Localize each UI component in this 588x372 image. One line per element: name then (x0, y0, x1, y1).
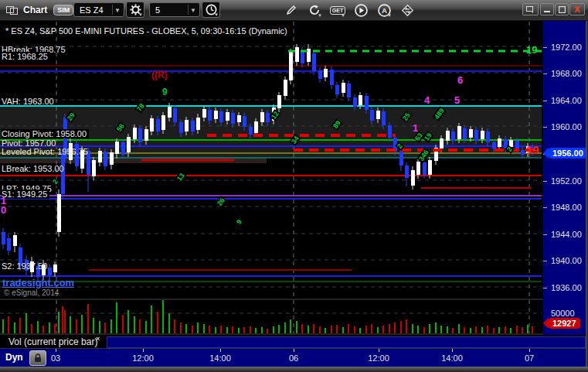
volume-bar (301, 324, 303, 333)
volume-bar (417, 326, 419, 333)
candle-body (208, 110, 212, 121)
axis-tick (529, 349, 530, 352)
axis-tick (143, 349, 144, 352)
dyn-label: Dyn (5, 352, 23, 363)
volume-bar (487, 326, 488, 333)
chart-window: * ES Z4, S&P 500 E-MINI FUTURES - GLOBEX… (0, 0, 588, 372)
candle-body (451, 131, 455, 141)
volume-bar (377, 327, 379, 333)
trade-marker: 6 (457, 74, 463, 86)
chevron-down-icon: ▼ (387, 13, 392, 18)
volume-bar (510, 328, 512, 333)
level-label: LBreak: 1953.00 (2, 164, 64, 173)
candle-body (110, 152, 114, 165)
volume-bar (464, 327, 465, 333)
candle-body (376, 111, 380, 119)
axis-tick (543, 234, 547, 235)
price-axis[interactable]: 1972.001968.001964.001960.001956.001952.… (543, 20, 586, 367)
volume-bar (104, 323, 106, 333)
candle-body (457, 126, 461, 139)
volume-bar (371, 324, 372, 333)
interval-clock-button[interactable]: ▼ (202, 2, 220, 18)
minimize-button[interactable] (540, 3, 554, 15)
volume-bar (273, 326, 274, 333)
maximize-icon (559, 6, 566, 13)
volume-bar (365, 326, 367, 333)
axis-tick (543, 47, 547, 48)
volume-bar (76, 319, 77, 333)
candle-body (231, 113, 235, 124)
close-icon[interactable]: × (96, 335, 100, 343)
play-button[interactable] (352, 2, 369, 18)
draw-tool-button[interactable] (283, 2, 300, 18)
transfer-button[interactable] (399, 2, 416, 18)
symbol-combobox[interactable]: ES Z4 ▼ (73, 2, 124, 17)
volume-bar (412, 324, 413, 333)
volume-bar (319, 326, 321, 333)
axis-tick (294, 349, 294, 352)
window-bottom-edge (0, 367, 588, 372)
reload-button[interactable]: ▼ (306, 2, 323, 18)
volume-bar (232, 326, 233, 333)
volume-bar (127, 310, 129, 333)
candle-body (463, 128, 467, 139)
lock-icon (34, 353, 42, 363)
axis-tick (543, 207, 547, 208)
volume-bar (400, 321, 402, 333)
trade-marker: ((R) (151, 70, 168, 80)
symbol-settings-button[interactable]: ▼ (126, 2, 144, 18)
time-lock-button[interactable] (29, 350, 46, 366)
volume-bar (238, 328, 240, 333)
restore-button[interactable] (522, 3, 539, 15)
candle-body (121, 142, 125, 155)
last-price-bubble: 1956.00 (549, 148, 587, 159)
volume-bar (145, 321, 147, 333)
candle-body (411, 170, 415, 186)
trade-marker: 0 (1, 204, 6, 216)
volume-bar (226, 327, 228, 333)
volume-bar (532, 326, 533, 333)
candle-body (347, 84, 351, 97)
transfer-icon (401, 4, 414, 17)
time-axis-label: 14:00 (441, 353, 463, 363)
volume-bar (325, 328, 326, 333)
maximize-button[interactable] (555, 3, 569, 15)
volume-bar (203, 324, 205, 333)
sim-badge: SIM (53, 5, 73, 15)
volume-axis-label: 50000 (551, 309, 575, 318)
volume-bar (54, 324, 56, 333)
candle-body (440, 138, 444, 148)
volume-bar (470, 328, 471, 333)
volume-bar (481, 327, 483, 333)
candle-body (249, 127, 253, 135)
vol-tab[interactable]: Vol (current price bar) (8, 336, 97, 347)
watermark-link[interactable]: tradesight.com (2, 277, 74, 288)
candle-body (260, 112, 264, 122)
close-button[interactable]: X (569, 3, 585, 15)
candle-body (13, 235, 17, 246)
volume-bar (116, 302, 117, 333)
candle-body (161, 115, 165, 130)
time-axis-label: 06 (289, 353, 298, 363)
volume-bar (99, 321, 100, 333)
volume-bar (243, 327, 245, 333)
volume-bar (498, 327, 500, 333)
axis-tick (543, 181, 547, 182)
price-axis-label: 1940.00 (551, 256, 582, 265)
time-axis[interactable]: Dyn 0312:0014:000612:0014:0007 (0, 348, 588, 367)
trade-marker: 5 (454, 94, 460, 106)
volume-bar (278, 325, 280, 333)
volume-bar (58, 312, 59, 333)
axis-tick (220, 349, 221, 352)
get-data-button[interactable]: GET ▼ (329, 2, 346, 18)
volume-bar (157, 312, 158, 333)
candle-body (416, 162, 420, 175)
auto-button[interactable]: A ▼ (376, 2, 393, 18)
candle-body (370, 110, 374, 121)
chart-title: * ES Z4, S&P 500 E-MINI FUTURES - GLOBEX… (5, 26, 287, 36)
candle-body (92, 160, 96, 176)
volume-bar (174, 319, 175, 333)
volume-bar (331, 326, 332, 333)
candle-body (237, 115, 241, 122)
interval-combobox[interactable]: 5 ▼ (149, 2, 200, 17)
